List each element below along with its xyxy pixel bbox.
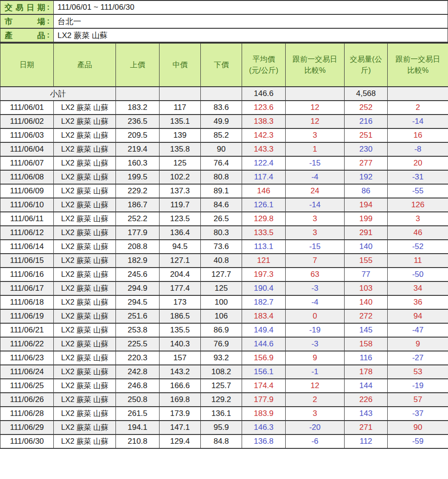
volume-change-cell: -52: [388, 240, 448, 254]
date-cell: 111/06/02: [0, 115, 54, 128]
avg-price-cell: 142.3: [242, 128, 286, 142]
date-cell: 111/06/18: [0, 295, 54, 309]
header-row: 日期 產品 上價 中價 下價 平均價 (元/公斤) 跟前一交易日 比較% 交易量…: [0, 43, 448, 87]
high-price-cell: 245.6: [116, 268, 160, 281]
product-cell: LX2 蕨菜 山蘇: [54, 184, 116, 198]
product-cell: LX2 蕨菜 山蘇: [54, 309, 116, 323]
volume-cell: 216: [345, 115, 388, 128]
subtotal-empty-volume-change: [388, 87, 448, 101]
avg-change-cell: 12: [286, 379, 345, 393]
date-cell: 111/06/08: [0, 170, 54, 184]
avg-change-cell: 3: [286, 226, 345, 240]
high-price-cell: 253.8: [116, 323, 160, 337]
avg-price-cell: 136.8: [242, 434, 286, 448]
product-value: LX2 蕨菜 山蘇: [54, 28, 448, 42]
volume-cell: 251: [345, 128, 388, 142]
price-row: 111/06/22 LX2 蕨菜 山蘇 225.5 140.3 76.9 144…: [0, 337, 448, 351]
high-price-cell: 220.3: [116, 351, 160, 365]
volume-cell: 272: [345, 309, 388, 323]
low-price-cell: 89.1: [201, 184, 242, 198]
avg-change-cell: 12: [286, 115, 345, 128]
price-row: 111/06/25 LX2 蕨菜 山蘇 246.8 166.6 125.7 17…: [0, 379, 448, 393]
volume-cell: 140: [345, 295, 388, 309]
price-row: 111/06/15 LX2 蕨菜 山蘇 182.9 127.1 40.8 121…: [0, 254, 448, 268]
avg-price-cell: 156.1: [242, 365, 286, 379]
price-row: 111/06/02 LX2 蕨菜 山蘇 236.5 135.1 49.9 138…: [0, 115, 448, 128]
product-cell: LX2 蕨菜 山蘇: [54, 226, 116, 240]
product-cell: LX2 蕨菜 山蘇: [54, 128, 116, 142]
mid-price-cell: 102.2: [160, 170, 201, 184]
volume-change-cell: -47: [388, 323, 448, 337]
high-price-cell: 208.8: [116, 240, 160, 254]
avg-change-cell: 3: [286, 407, 345, 421]
low-price-cell: 95.9: [201, 421, 242, 434]
product-cell: LX2 蕨菜 山蘇: [54, 212, 116, 226]
date-cell: 111/06/30: [0, 434, 54, 448]
volume-cell: 277: [345, 156, 388, 170]
price-row: 111/06/28 LX2 蕨菜 山蘇 261.5 173.9 136.1 18…: [0, 407, 448, 421]
volume-cell: 143: [345, 407, 388, 421]
volume-change-cell: 53: [388, 365, 448, 379]
low-price-cell: 85.2: [201, 128, 242, 142]
avg-price-cell: 122.4: [242, 156, 286, 170]
price-row: 111/06/07 LX2 蕨菜 山蘇 160.3 125 76.4 122.4…: [0, 156, 448, 170]
mid-price-cell: 136.4: [160, 226, 201, 240]
product-cell: LX2 蕨菜 山蘇: [54, 198, 116, 212]
avg-change-cell: -20: [286, 421, 345, 434]
product-cell: LX2 蕨菜 山蘇: [54, 421, 116, 434]
date-cell: 111/06/22: [0, 337, 54, 351]
low-price-cell: 86.9: [201, 323, 242, 337]
volume-change-cell: -37: [388, 407, 448, 421]
price-row: 111/06/01 LX2 蕨菜 山蘇 183.2 117 83.6 123.6…: [0, 101, 448, 115]
trade-date-label-cell: 交易日期:: [0, 0, 54, 14]
price-row: 111/06/24 LX2 蕨菜 山蘇 242.8 143.2 108.2 15…: [0, 365, 448, 379]
volume-change-cell: 3: [388, 212, 448, 226]
low-price-cell: 76.4: [201, 156, 242, 170]
volume-change-cell: 57: [388, 393, 448, 407]
low-price-cell: 49.9: [201, 115, 242, 128]
high-price-cell: 294.9: [116, 281, 160, 295]
high-price-cell: 294.5: [116, 295, 160, 309]
volume-change-cell: 126: [388, 198, 448, 212]
avg-price-cell: 174.4: [242, 379, 286, 393]
price-row: 111/06/26 LX2 蕨菜 山蘇 250.8 169.8 129.2 17…: [0, 393, 448, 407]
low-price-cell: 125.7: [201, 379, 242, 393]
price-row: 111/06/04 LX2 蕨菜 山蘇 219.4 135.8 90 143.3…: [0, 142, 448, 156]
mid-price-cell: 173: [160, 295, 201, 309]
high-price-cell: 186.7: [116, 198, 160, 212]
label-colon: :: [47, 3, 50, 12]
avg-change-cell: 12: [286, 101, 345, 115]
low-price-cell: 108.2: [201, 365, 242, 379]
low-price-cell: 100: [201, 295, 242, 309]
date-cell: 111/06/07: [0, 156, 54, 170]
high-price-cell: 229.2: [116, 184, 160, 198]
market-label: 市場: [5, 16, 45, 27]
mid-price-cell: 135.8: [160, 142, 201, 156]
high-price-cell: 219.4: [116, 142, 160, 156]
date-cell: 111/06/03: [0, 128, 54, 142]
low-price-cell: 84.8: [201, 434, 242, 448]
date-cell: 111/06/10: [0, 198, 54, 212]
date-cell: 111/06/16: [0, 268, 54, 281]
avg-price-cell: 146: [242, 184, 286, 198]
avg-price-cell: 183.9: [242, 407, 286, 421]
subtotal-empty-low: [201, 87, 242, 101]
avg-change-cell: -15: [286, 240, 345, 254]
volume-cell: 291: [345, 226, 388, 240]
price-row: 111/06/19 LX2 蕨菜 山蘇 251.6 186.5 106 183.…: [0, 309, 448, 323]
product-cell: LX2 蕨菜 山蘇: [54, 156, 116, 170]
volume-change-cell: -55: [388, 184, 448, 198]
volume-cell: 158: [345, 337, 388, 351]
price-row: 111/06/03 LX2 蕨菜 山蘇 209.5 139 85.2 142.3…: [0, 128, 448, 142]
avg-price-cell: 117.4: [242, 170, 286, 184]
price-row: 111/06/10 LX2 蕨菜 山蘇 186.7 119.7 84.6 126…: [0, 198, 448, 212]
price-row: 111/06/14 LX2 蕨菜 山蘇 208.8 94.5 73.6 113.…: [0, 240, 448, 254]
low-price-cell: 83.6: [201, 101, 242, 115]
volume-cell: 112: [345, 434, 388, 448]
low-price-cell: 106: [201, 309, 242, 323]
low-price-cell: 26.5: [201, 212, 242, 226]
avg-change-cell: -3: [286, 337, 345, 351]
avg-price-cell: 123.6: [242, 101, 286, 115]
product-cell: LX2 蕨菜 山蘇: [54, 142, 116, 156]
avg-price-cell: 197.3: [242, 268, 286, 281]
